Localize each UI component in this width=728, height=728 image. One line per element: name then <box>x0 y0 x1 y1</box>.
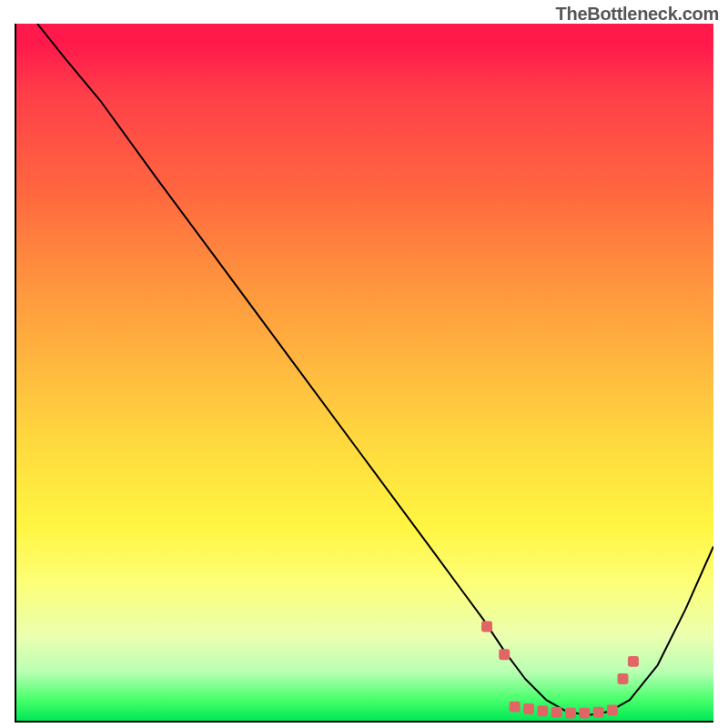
plot-frame <box>15 24 713 723</box>
marker-point <box>510 702 521 713</box>
marker-point <box>537 705 548 716</box>
chart-wrapper: TheBottleneck.com <box>0 0 728 728</box>
marker-point <box>523 703 534 714</box>
marker-point <box>593 707 604 718</box>
marker-point <box>628 656 639 667</box>
bottleneck-curve <box>37 24 713 715</box>
marker-point <box>607 705 618 716</box>
marker-point <box>499 649 510 660</box>
marker-point <box>579 708 590 719</box>
marker-point <box>481 622 492 632</box>
marker-point <box>617 673 628 684</box>
optimal-range-markers <box>481 622 639 719</box>
plot-svg <box>16 24 713 721</box>
marker-point <box>565 708 576 719</box>
marker-point <box>551 707 562 718</box>
attribution-label: TheBottleneck.com <box>556 4 719 25</box>
